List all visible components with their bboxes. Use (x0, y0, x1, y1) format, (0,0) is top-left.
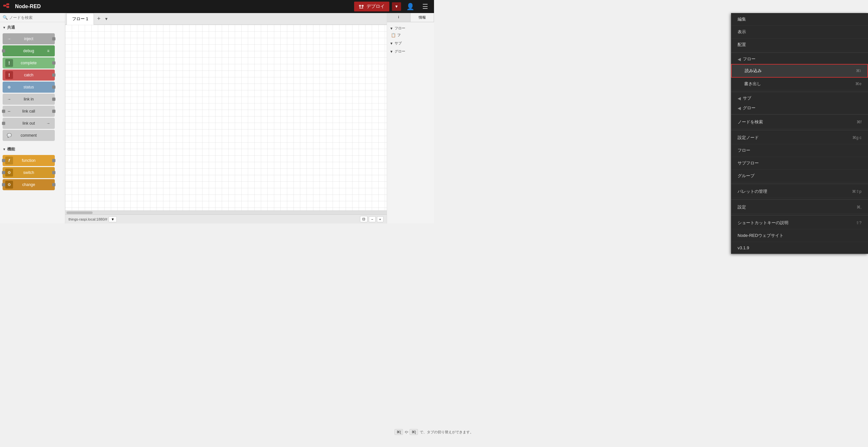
node-status-icon: ⊕ (5, 83, 13, 91)
node-status-port-right (52, 86, 56, 89)
node-link-call-port-left (2, 110, 5, 113)
node-complete-btn[interactable]: ! complete (3, 57, 55, 68)
node-link-call-btn[interactable]: ↔ link call (3, 106, 55, 117)
node-debug[interactable]: ≡ debug (3, 46, 62, 56)
right-section-glo-header[interactable]: ▼ グロー (389, 48, 433, 55)
node-change-icon: ⚙ (5, 181, 13, 188)
category-common-header[interactable]: ▼ 共通 (0, 24, 65, 32)
node-comment-btn[interactable]: 💬 comment (3, 130, 55, 141)
node-status-btn[interactable]: ⊕ status (3, 82, 55, 93)
deploy-label: デプロイ (367, 4, 385, 9)
node-inject-btn[interactable]: → inject (3, 33, 55, 44)
node-link-call-icon: ↔ (5, 107, 13, 115)
main-menu-button[interactable]: ☰ (420, 1, 431, 12)
node-link-out-btn[interactable]: link out → (3, 118, 55, 129)
deploy-button[interactable]: デプロイ (354, 2, 389, 11)
node-debug-port-left (2, 49, 5, 53)
footer-dropdown-btn[interactable]: ▼ (108, 216, 117, 222)
node-change-btn[interactable]: ⚙ change (3, 179, 55, 190)
canvas-scrollbar[interactable] (65, 210, 387, 214)
node-link-in-port-right (52, 97, 56, 101)
deploy-icon (359, 4, 364, 9)
nodes-list-function: f function ⚙ switch (0, 153, 65, 192)
footer-left: things-raspi.local:1880/# ▼ (68, 216, 117, 222)
tab-add-button[interactable]: + (95, 15, 103, 22)
tabs-bar: フロー 1 + ▼ (65, 13, 387, 25)
right-section-flow-header[interactable]: ▼ フロー (389, 25, 433, 32)
node-switch-btn[interactable]: ⚙ switch (3, 167, 55, 178)
node-debug-btn[interactable]: ≡ debug (3, 46, 55, 56)
node-change-port-left (2, 183, 5, 186)
node-link-out-port-left (2, 122, 5, 125)
right-section-glo-label: グロー (395, 49, 405, 54)
right-section-glo: ▼ グロー (389, 48, 433, 55)
user-button[interactable]: 👤 (404, 1, 417, 12)
node-link-call[interactable]: ↔ link call (3, 106, 62, 117)
node-inject-icon: → (5, 35, 13, 43)
right-panel-content: ▼ フロー 📋 フ ▼ サブ ▼ グロー (387, 22, 434, 57)
tab-dropdown-button[interactable]: ▼ (103, 17, 110, 21)
right-section-flow-arrow: ▼ (390, 26, 393, 30)
flow-item-label: フ (397, 33, 401, 37)
right-section-sub-label: サブ (395, 41, 402, 46)
node-red-logo-icon (3, 3, 12, 10)
category-common-arrow: ▼ (3, 26, 6, 29)
right-tab-info[interactable]: i (387, 13, 410, 22)
node-change[interactable]: ⚙ change (3, 179, 62, 190)
footer-zoom-in-btn[interactable]: + (377, 216, 383, 222)
right-section-sub-header[interactable]: ▼ サブ (389, 40, 433, 47)
node-complete[interactable]: ! complete (3, 57, 62, 68)
footer-zoom-out-btn[interactable]: − (369, 216, 375, 222)
node-link-out[interactable]: link out → (3, 118, 62, 129)
canvas-footer: things-raspi.local:1880/# ▼ ⊡ − + (65, 214, 387, 224)
svg-rect-5 (359, 5, 361, 6)
node-link-in-btn[interactable]: → link in (3, 94, 55, 105)
category-common: ▼ 共通 → inject ≡ debug (0, 22, 65, 144)
node-catch-btn[interactable]: ! catch (3, 69, 55, 81)
right-tab-label[interactable]: 情報 (410, 13, 434, 22)
right-section-flow-item: 📋 フ (389, 32, 433, 38)
deploy-dropdown-button[interactable]: ▼ (392, 2, 401, 11)
node-switch-port-right (52, 171, 56, 174)
node-complete-icon: ! (5, 59, 13, 67)
node-function-btn[interactable]: f function (3, 155, 55, 166)
canvas-area: フロー 1 + ▼ things-raspi.local:1880/# ▼ ⊡ … (65, 13, 387, 224)
search-input[interactable] (9, 15, 62, 20)
sidebar: 🔍 ▼ 共通 → inject (0, 13, 65, 224)
node-function-port-right (52, 159, 56, 162)
svg-rect-6 (362, 5, 364, 6)
search-box: 🔍 (0, 13, 65, 22)
tab-flow1[interactable]: フロー 1 (66, 13, 94, 25)
category-common-label: 共通 (7, 25, 15, 30)
node-switch-icon: ⚙ (5, 169, 13, 177)
node-link-in-icon: → (5, 95, 13, 103)
right-panel-tabs: i 情報 (387, 13, 434, 22)
node-status[interactable]: ⊕ status (3, 82, 62, 93)
nodes-list-common: → inject ≡ debug ! (0, 32, 65, 143)
footer-fit-btn[interactable]: ⊡ (360, 216, 368, 222)
svg-rect-1 (6, 3, 9, 5)
category-function-arrow: ▼ (3, 147, 6, 151)
right-section-glo-arrow: ▼ (390, 50, 393, 54)
node-switch[interactable]: ⚙ switch (3, 167, 62, 178)
node-link-in[interactable]: → link in (3, 94, 62, 105)
node-change-port-right (52, 183, 56, 186)
scrollbar-thumb[interactable] (66, 211, 93, 214)
search-icon: 🔍 (3, 15, 8, 20)
node-function[interactable]: f function (3, 155, 62, 166)
node-debug-icon: ≡ (44, 47, 52, 55)
node-inject[interactable]: → inject (3, 33, 62, 44)
node-catch-port-right (52, 73, 56, 77)
node-catch[interactable]: ! catch (3, 69, 62, 81)
flow-item-icon: 📋 (391, 33, 396, 37)
right-section-flow-label: フロー (395, 26, 405, 31)
right-section-flow: ▼ フロー 📋 フ (389, 25, 433, 38)
node-comment[interactable]: 💬 comment (3, 130, 62, 141)
logo: Node-RED (3, 3, 354, 10)
svg-rect-2 (6, 6, 9, 8)
hamburger-icon: ☰ (422, 3, 428, 10)
canvas[interactable] (65, 25, 387, 210)
app-title: Node-RED (15, 4, 41, 9)
category-function: ▼ 機能 f function ⚙ (0, 144, 65, 193)
category-function-header[interactable]: ▼ 機能 (0, 145, 65, 153)
